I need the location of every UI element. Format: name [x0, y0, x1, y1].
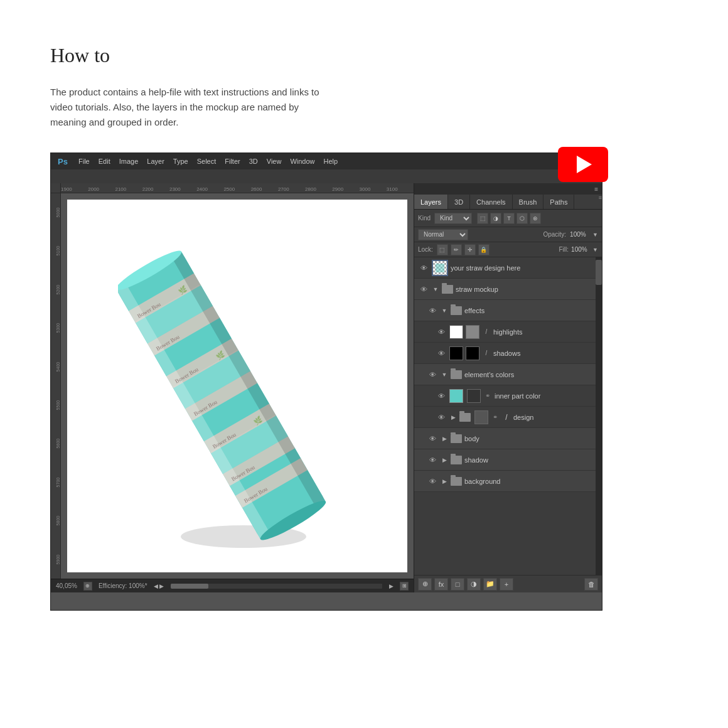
filter-dropdown[interactable]: Kind [434, 213, 472, 224]
scrollbar-thumb [596, 260, 602, 285]
tab-channels[interactable]: Channels [470, 195, 512, 209]
adjustment-layer-btn[interactable]: ◑ [467, 578, 481, 591]
layer-expand-arrow[interactable]: ▶ [441, 435, 448, 442]
filter-shape-icon[interactable]: ⬡ [517, 213, 528, 224]
ruler-mark-v: 5600 [51, 424, 60, 463]
layer-expand-arrow[interactable]: ▼ [432, 286, 439, 293]
menu-3d[interactable]: 3D [245, 156, 262, 166]
lock-move-btn[interactable]: ✛ [464, 244, 476, 255]
layer-scrollbar[interactable] [596, 257, 602, 575]
layer-expand-arrow[interactable]: ▼ [441, 371, 448, 378]
layer-effects-btn[interactable]: fx [434, 578, 448, 591]
menu-help[interactable]: Help [320, 156, 342, 166]
layer-expand-arrow[interactable]: ▶ [441, 456, 448, 464]
menu-window[interactable]: Window [286, 156, 318, 166]
filter-smart-icon[interactable]: ⊛ [530, 213, 541, 224]
eye-visibility-icon[interactable]: 👁 [427, 305, 438, 316]
layer-item[interactable]: 👁 your straw design here [414, 257, 596, 279]
status-nav: ◀ ▶ [154, 583, 164, 589]
link-layers-btn[interactable]: ⊕ [418, 578, 432, 591]
layer-expand-arrow[interactable]: ▶ [441, 478, 448, 485]
filter-adjust-icon[interactable]: ◑ [490, 213, 501, 224]
eye-visibility-icon[interactable]: 👁 [427, 433, 438, 444]
ruler-top: 1900 2000 2100 2200 2300 2400 2500 2600 … [51, 183, 414, 193]
folder-icon [442, 285, 453, 294]
layer-item[interactable]: 👁 ▶ body [414, 428, 596, 449]
layer-item[interactable]: 👁 ⚭ inner part color [414, 385, 596, 407]
layer-item[interactable]: 👁 ▶ ⚭ / design [414, 407, 596, 428]
layer-item[interactable]: 👁 / shadows [414, 343, 596, 364]
layer-expand-arrow[interactable]: ▼ [441, 307, 448, 314]
menu-view[interactable]: View [263, 156, 286, 166]
ruler-mark: 2800 [305, 186, 332, 193]
layer-mask-btn[interactable]: □ [451, 578, 464, 591]
ruler-mark-v: 5400 [51, 348, 60, 386]
menu-file[interactable]: File [75, 156, 94, 166]
tab-brush[interactable]: Brush [513, 195, 544, 209]
layer-item[interactable]: 👁 / highlights [414, 321, 596, 343]
youtube-button[interactable] [558, 147, 608, 182]
tab-layers[interactable]: Layers [414, 195, 448, 209]
fill-arrow[interactable]: ▼ [592, 247, 598, 253]
layer-group-btn[interactable]: 📁 [483, 578, 497, 591]
ruler-mark-v: 5500 [51, 386, 60, 424]
eye-visibility-icon[interactable]: 👁 [436, 348, 447, 359]
eye-visibility-icon[interactable]: 👁 [427, 476, 438, 487]
paint-icon: / [482, 350, 491, 356]
tab-paths[interactable]: Paths [543, 195, 574, 209]
filter-type-icon[interactable]: T [503, 213, 515, 224]
layer-item[interactable]: 👁 ▼ element's colors [414, 364, 596, 385]
menu-filter[interactable]: Filter [221, 156, 244, 166]
lock-row: Lock: ⬚ ✏ ✛ 🔒 Fill: 100% ▼ [414, 242, 602, 257]
canvas-row: 5000 5100 5200 5300 5400 5500 5600 5700 … [51, 193, 414, 579]
layer-name: body [464, 435, 592, 442]
ruler-mark: 3100 [387, 186, 414, 193]
eye-visibility-icon[interactable]: 👁 [427, 369, 438, 380]
filter-row: Kind Kind ⬚ ◑ T ⬡ ⊛ [414, 210, 602, 227]
panel-bottom-toolbar: ⊕ fx □ ◑ 📁 + 🗑 [414, 575, 602, 592]
eye-visibility-icon[interactable]: 👁 [427, 454, 438, 466]
menu-edit[interactable]: Edit [95, 156, 114, 166]
layer-name: effects [464, 307, 592, 314]
blend-mode-row: Normal Opacity: 100% ▼ [414, 227, 602, 242]
filter-pixel-icon[interactable]: ⬚ [477, 213, 488, 224]
eye-visibility-icon[interactable]: 👁 [436, 412, 447, 423]
opacity-value: 100% [570, 231, 589, 238]
menu-type[interactable]: Type [169, 156, 192, 166]
blend-mode-dropdown[interactable]: Normal [418, 229, 468, 240]
layer-name: your straw design here [451, 264, 592, 272]
fill-label: Fill: [559, 246, 569, 253]
layer-expand-arrow[interactable]: ▶ [449, 414, 457, 421]
layer-item[interactable]: 👁 ▼ effects [414, 300, 596, 321]
layer-item[interactable]: 👁 ▶ background [414, 471, 596, 492]
ruler-mark-v: 5700 [51, 463, 60, 501]
status-bar: 40,05% ⊕ Efficiency: 100%* ◀ ▶ ▶ ⊞ [51, 579, 414, 592]
layer-name: element's colors [464, 371, 592, 378]
new-layer-btn[interactable]: + [500, 578, 513, 591]
canvas-viewport[interactable]: Bower Bou Bower Bou Bower Bou Bower Bou … [61, 193, 414, 579]
lock-pixels-btn[interactable]: ✏ [451, 244, 462, 255]
scroll-end[interactable]: ▶ [389, 583, 393, 589]
layer-item[interactable]: 👁 ▶ shadow [414, 449, 596, 471]
ruler-mark: 2300 [169, 186, 196, 193]
canvas-area: 1900 2000 2100 2200 2300 2400 2500 2600 … [51, 183, 414, 592]
menu-select[interactable]: Select [193, 156, 220, 166]
panel-options-icon[interactable]: ≡ [594, 186, 598, 193]
delete-layer-btn[interactable]: 🗑 [584, 578, 598, 591]
ruler-mark: 2100 [115, 186, 142, 193]
tab-3d[interactable]: 3D [448, 195, 470, 209]
menu-layer[interactable]: Layer [143, 156, 168, 166]
nav-next[interactable]: ▶ [159, 583, 164, 589]
panel-menu-icon[interactable]: ≡ [595, 195, 602, 209]
menu-image[interactable]: Image [115, 156, 142, 166]
layer-item[interactable]: 👁 ▼ straw mockup [414, 279, 596, 300]
nav-prev[interactable]: ◀ [154, 583, 158, 589]
opacity-arrow[interactable]: ▼ [592, 232, 598, 238]
eye-visibility-icon[interactable]: 👁 [418, 262, 429, 274]
lock-all-btn[interactable]: 🔒 [478, 244, 490, 255]
eye-visibility-icon[interactable]: 👁 [436, 326, 447, 338]
lock-transparent-btn[interactable]: ⬚ [437, 244, 448, 255]
horizontal-scrollbar[interactable] [170, 583, 383, 589]
eye-visibility-icon[interactable]: 👁 [418, 284, 429, 295]
eye-visibility-icon[interactable]: 👁 [436, 390, 447, 402]
